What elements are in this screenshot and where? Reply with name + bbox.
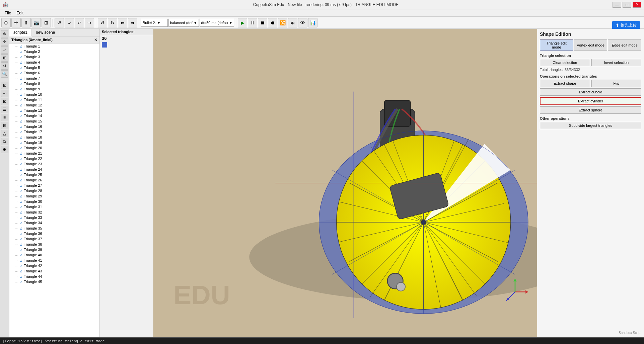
pause-button[interactable]: ⏸ xyxy=(248,18,257,27)
tree-close-btn[interactable]: ✕ xyxy=(94,37,97,42)
close-button[interactable]: ✕ xyxy=(633,2,641,8)
toolbar-btn-5[interactable]: ⊞ xyxy=(42,18,51,27)
triangle-item[interactable]: →⊿Triangle 8 xyxy=(9,81,99,86)
triangle-item[interactable]: →⊿Triangle 6 xyxy=(9,70,99,76)
viewport[interactable]: EDU xyxy=(153,29,537,337)
left-icon-13[interactable]: △ xyxy=(1,130,8,137)
triangle-item[interactable]: →⊿Triangle 16 xyxy=(9,124,99,129)
triangle-item[interactable]: →⊿Triangle 32 xyxy=(9,209,99,215)
toolbar-btn-14[interactable]: 🔀 xyxy=(278,18,287,27)
triangle-item[interactable]: →⊿Triangle 3 xyxy=(9,54,99,60)
clear-selection-btn[interactable]: Clear selection xyxy=(540,59,590,66)
triangle-item[interactable]: →⊿Triangle 44 xyxy=(9,274,99,279)
left-icon-3[interactable]: ⤢ xyxy=(1,46,8,54)
triangle-item[interactable]: →⊿Triangle 38 xyxy=(9,242,99,247)
triangle-item[interactable]: →⊿Triangle 4 xyxy=(9,60,99,65)
triangle-item[interactable]: →⊿Triangle 9 xyxy=(9,86,99,92)
triangle-item[interactable]: →⊿Triangle 24 xyxy=(9,167,99,172)
menu-file[interactable]: File xyxy=(2,10,14,16)
left-icon-11[interactable]: ≡ xyxy=(1,114,8,121)
left-icon-1[interactable]: ⊕ xyxy=(1,30,8,37)
toolbar-btn-17[interactable]: 📊 xyxy=(308,18,317,27)
triangle-item[interactable]: →⊿Triangle 45 xyxy=(9,279,99,284)
left-icon-6[interactable]: 🔍 xyxy=(1,70,8,78)
triangle-item[interactable]: →⊿Triangle 28 xyxy=(9,188,99,193)
triangle-item[interactable]: →⊿Triangle 2 xyxy=(9,49,99,54)
left-icon-14[interactable]: ⧉ xyxy=(1,138,8,145)
triangle-item[interactable]: →⊿Triangle 5 xyxy=(9,65,99,70)
left-icon-4[interactable]: ⊞ xyxy=(1,54,8,62)
triangle-item[interactable]: →⊿Triangle 1 xyxy=(9,44,99,49)
left-icon-10[interactable]: ☰ xyxy=(1,106,8,113)
triangle-item[interactable]: →⊿Triangle 43 xyxy=(9,268,99,274)
extract-cylinder-btn[interactable]: Extract cylinder xyxy=(540,97,641,105)
triangle-item[interactable]: →⊿Triangle 36 xyxy=(9,231,99,236)
triangle-item[interactable]: →⊿Triangle 14 xyxy=(9,113,99,118)
toolbar-btn-16[interactable]: 👁 xyxy=(298,18,307,27)
triangle-edit-mode-btn[interactable]: Triangle edit mode xyxy=(540,39,573,51)
toolbar-btn-9[interactable]: ↪ xyxy=(85,18,94,27)
triangle-item[interactable]: →⊿Triangle 12 xyxy=(9,102,99,108)
maximize-button[interactable]: □ xyxy=(623,2,631,8)
triangle-item[interactable]: →⊿Triangle 35 xyxy=(9,226,99,231)
stop-button[interactable]: ⏹ xyxy=(258,18,267,27)
vertex-edit-mode-btn[interactable]: Vertex edit mode xyxy=(574,39,607,51)
triangle-item[interactable]: →⊿Triangle 26 xyxy=(9,177,99,183)
left-icon-9[interactable]: ⊠ xyxy=(1,98,8,105)
extract-sphere-btn[interactable]: Extract sphere xyxy=(540,106,641,114)
toolbar-btn-15[interactable]: ⏭ xyxy=(288,18,297,27)
solver-dropdown[interactable]: balanced (def ▼ xyxy=(168,19,199,27)
triangle-item[interactable]: →⊿Triangle 18 xyxy=(9,135,99,140)
triangle-item[interactable]: →⊿Triangle 20 xyxy=(9,145,99,151)
tab-new-scene[interactable]: new scene xyxy=(32,29,59,36)
triangle-item[interactable]: →⊿Triangle 7 xyxy=(9,76,99,81)
upload-button[interactable]: ⬆ 抢先上传 xyxy=(612,21,640,29)
triangle-item[interactable]: →⊿Triangle 13 xyxy=(9,108,99,113)
left-icon-2[interactable]: ✛ xyxy=(1,38,8,46)
minimize-button[interactable]: — xyxy=(613,2,621,8)
triangle-item[interactable]: →⊿Triangle 37 xyxy=(9,236,99,242)
tab-script[interactable]: scripte1 xyxy=(9,29,32,36)
toolbar-btn-12[interactable]: ⬅ xyxy=(118,18,127,27)
toolbar-btn-11[interactable]: ↻ xyxy=(108,18,117,27)
flip-btn[interactable]: Flip xyxy=(591,80,642,87)
left-icon-12[interactable]: ⊟ xyxy=(1,122,8,129)
triangle-item[interactable]: →⊿Triangle 30 xyxy=(9,199,99,204)
toolbar-btn-10[interactable]: ↺ xyxy=(98,18,107,27)
triangle-item[interactable]: →⊿Triangle 27 xyxy=(9,183,99,188)
left-icon-15[interactable]: ⚙ xyxy=(1,146,8,153)
toolbar-btn-1[interactable]: ⊕ xyxy=(1,18,11,27)
toolbar-btn-2[interactable]: ✛ xyxy=(11,18,21,27)
triangle-item[interactable]: →⊿Triangle 29 xyxy=(9,193,99,199)
triangle-item[interactable]: →⊿Triangle 22 xyxy=(9,156,99,161)
triangle-item[interactable]: →⊿Triangle 11 xyxy=(9,97,99,102)
triangle-item[interactable]: →⊿Triangle 41 xyxy=(9,258,99,263)
left-icon-5[interactable]: ↺ xyxy=(1,62,8,70)
toolbar-btn-7[interactable]: ⤾ xyxy=(65,18,74,27)
toolbar-btn-3[interactable]: ⬆ xyxy=(21,18,31,27)
toolbar-btn-13[interactable]: ➡ xyxy=(128,18,137,27)
triangle-item[interactable]: →⊿Triangle 39 xyxy=(9,247,99,252)
triangle-item[interactable]: →⊿Triangle 33 xyxy=(9,215,99,220)
triangle-item[interactable]: →⊿Triangle 19 xyxy=(9,140,99,145)
triangle-item[interactable]: →⊿Triangle 17 xyxy=(9,129,99,135)
timestep-dropdown[interactable]: dt=50 ms (defau ▼ xyxy=(200,19,234,27)
menu-edit[interactable]: Edit xyxy=(14,10,26,16)
triangle-item[interactable]: →⊿Triangle 15 xyxy=(9,118,99,124)
invert-selection-btn[interactable]: Invert selection xyxy=(591,59,642,66)
record-button[interactable]: ⏺ xyxy=(268,18,277,27)
play-button[interactable]: ▶ xyxy=(238,18,247,27)
triangle-item[interactable]: →⊿Triangle 40 xyxy=(9,252,99,258)
subdivide-btn[interactable]: Subdivide largest triangles xyxy=(540,122,641,129)
edge-edit-mode-btn[interactable]: Edge edit mode xyxy=(608,39,641,51)
triangle-item[interactable]: →⊿Triangle 42 xyxy=(9,263,99,268)
toolbar-btn-8[interactable]: ↩ xyxy=(75,18,84,27)
extract-shape-btn[interactable]: Extract shape xyxy=(540,80,590,87)
triangle-item[interactable]: →⊿Triangle 25 xyxy=(9,172,99,177)
physics-engine-dropdown[interactable]: Bullet 2. ▼ xyxy=(141,19,168,27)
triangle-item[interactable]: →⊿Triangle 21 xyxy=(9,151,99,156)
toolbar-btn-4[interactable]: 📷 xyxy=(31,18,41,27)
triangle-item[interactable]: →⊿Triangle 34 xyxy=(9,220,99,226)
left-icon-8[interactable]: ⋯ xyxy=(1,90,8,97)
triangle-item[interactable]: →⊿Triangle 23 xyxy=(9,161,99,167)
